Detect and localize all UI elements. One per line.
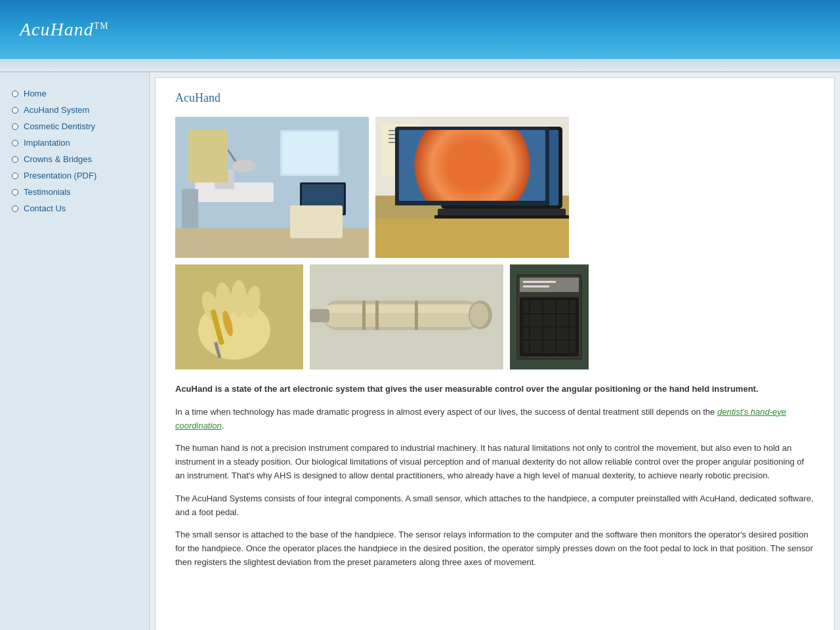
sidebar-item-home[interactable]: Home <box>0 85 149 102</box>
layout: Home AcuHand System Cosmetic Dentistry I… <box>0 72 840 630</box>
svg-rect-52 <box>523 285 549 287</box>
sidebar-link-home[interactable]: Home <box>24 89 47 98</box>
svg-point-21 <box>482 148 522 187</box>
svg-point-32 <box>231 280 247 317</box>
sensor-device-image <box>510 264 589 369</box>
nav-bullet-testimonials <box>12 189 18 196</box>
logo: AcuHandTM <box>20 19 109 40</box>
nav-bullet-cosmetic-dentistry <box>12 123 18 130</box>
svg-rect-17 <box>388 142 408 143</box>
sidebar-nav: Home AcuHand System Cosmetic Dentistry I… <box>0 85 149 217</box>
sidebar-link-contact-us[interactable]: Contact Us <box>24 203 66 213</box>
svg-rect-14 <box>388 130 415 131</box>
svg-point-6 <box>232 159 256 173</box>
svg-rect-7 <box>182 189 198 228</box>
image-gallery <box>175 117 814 369</box>
para1: In a time when technology has made drama… <box>175 406 814 433</box>
nav-bullet-presentation-pdf <box>12 173 18 179</box>
sidebar-item-cosmetic-dentistry[interactable]: Cosmetic Dentistry <box>0 118 149 135</box>
para2: The human hand is not a precision instru… <box>175 442 814 482</box>
svg-point-23 <box>495 161 509 174</box>
handpiece-hand-image <box>175 264 303 369</box>
instrument-closeup-image <box>310 264 503 369</box>
sidebar-item-acuhand-system[interactable]: AcuHand System <box>0 102 149 118</box>
bold-intro-paragraph: AcuHand is a state of the art electronic… <box>175 383 814 396</box>
svg-rect-13 <box>382 123 421 176</box>
sidebar-item-contact-us[interactable]: Contact Us <box>0 200 149 217</box>
svg-rect-40 <box>323 305 480 313</box>
svg-rect-16 <box>388 138 413 139</box>
image-row-1 <box>175 117 814 258</box>
sidebar-link-testimonials[interactable]: Testimonials <box>24 187 71 197</box>
para4: The small sensor is attached to the base… <box>175 528 814 569</box>
svg-rect-45 <box>375 301 379 330</box>
svg-rect-10 <box>175 228 369 258</box>
sidebar-link-cosmetic-dentistry[interactable]: Cosmetic Dentistry <box>24 121 95 131</box>
svg-rect-15 <box>388 134 411 135</box>
laptop-image <box>375 117 569 258</box>
svg-rect-12 <box>375 117 569 196</box>
subheader-bar <box>0 59 840 72</box>
dental-office-image <box>175 117 369 258</box>
svg-rect-18 <box>441 127 562 209</box>
svg-rect-9 <box>302 184 344 213</box>
svg-rect-46 <box>415 301 418 330</box>
nav-bullet-home <box>12 91 18 97</box>
svg-point-42 <box>470 303 488 327</box>
nav-bullet-crowns-bridges <box>12 156 18 163</box>
svg-rect-51 <box>523 281 556 283</box>
svg-point-20 <box>476 141 528 194</box>
svg-point-22 <box>489 154 515 180</box>
svg-rect-4 <box>215 169 234 189</box>
sidebar-item-presentation-pdf[interactable]: Presentation (PDF) <box>0 167 149 184</box>
sidebar-link-crowns-bridges[interactable]: Crowns & Bridges <box>24 154 92 164</box>
nav-bullet-acuhand-system <box>12 107 18 114</box>
image-row-2 <box>175 264 814 369</box>
para3: The AcuHand Systems consists of four int… <box>175 492 814 520</box>
sidebar-item-crowns-bridges[interactable]: Crowns & Bridges <box>0 151 149 167</box>
sidebar-link-presentation-pdf[interactable]: Presentation (PDF) <box>24 171 96 180</box>
svg-rect-19 <box>445 130 558 205</box>
sidebar-item-implantation[interactable]: Implantation <box>0 135 149 151</box>
svg-rect-2 <box>282 132 337 174</box>
svg-rect-50 <box>520 278 579 292</box>
svg-rect-27 <box>375 219 569 258</box>
logo-text: AcuHand <box>20 19 94 39</box>
nav-bullet-implantation <box>12 140 18 146</box>
sidebar: Home AcuHand System Cosmetic Dentistry I… <box>0 72 150 630</box>
svg-rect-43 <box>310 309 329 322</box>
nav-bullet-contact-us <box>12 205 18 212</box>
sidebar-link-acuhand-system[interactable]: AcuHand System <box>24 105 89 115</box>
page-title: AcuHand <box>175 91 814 105</box>
para1-start: In a time when technology has made drama… <box>175 407 717 417</box>
main-content: AcuHand <box>155 77 835 630</box>
bold-intro-text: AcuHand is a state of the art electronic… <box>175 384 759 394</box>
sidebar-item-testimonials[interactable]: Testimonials <box>0 184 149 200</box>
header: AcuHandTM <box>0 0 840 59</box>
sidebar-link-implantation[interactable]: Implantation <box>24 138 70 148</box>
para1-end: . <box>222 421 224 430</box>
svg-rect-44 <box>362 301 366 330</box>
content-text: AcuHand is a state of the art electronic… <box>175 383 814 570</box>
logo-tm: TM <box>94 21 109 31</box>
